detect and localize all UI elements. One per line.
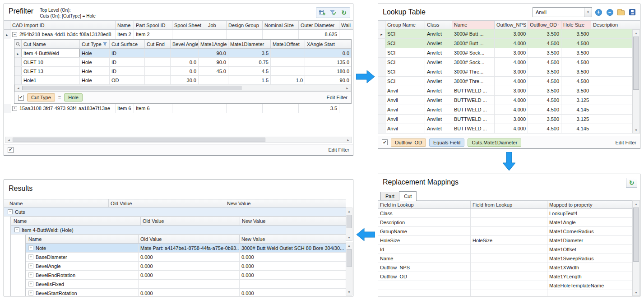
outer-diameter-cell[interactable]: 3.5: [299, 104, 339, 113]
outflow-od-cell[interactable]: 4.500: [528, 96, 561, 105]
cut-surface-cell[interactable]: OD: [110, 76, 145, 84]
mate1diameter-cell[interactable]: 3.5: [228, 49, 271, 57]
lookup-row[interactable]: SCI Anvilet 3000# Butt ... 4.000 4.500 4…: [378, 39, 632, 48]
col-name[interactable]: Name: [11, 217, 141, 225]
mapped-to-property-cell[interactable]: Mate1SweepRadius: [547, 254, 632, 263]
field-in-lookup-cell[interactable]: HoleSize: [378, 236, 471, 245]
old-value-cell[interactable]: 0.000: [139, 262, 240, 270]
hole-size-cell[interactable]: 3.500: [561, 48, 591, 57]
col-class[interactable]: Class: [425, 21, 452, 29]
col-name[interactable]: Name: [452, 21, 495, 29]
mate1diameter-cell[interactable]: 1.5: [228, 76, 271, 84]
description-cell[interactable]: [591, 29, 632, 38]
class-cell[interactable]: Anvilet: [425, 105, 452, 114]
design-group-cell[interactable]: [227, 104, 263, 113]
expand-icon[interactable]: [12, 106, 17, 111]
group-name-cell[interactable]: Anvil: [385, 105, 425, 114]
col-description[interactable]: Description: [591, 21, 632, 29]
wall-cell[interactable]: [339, 30, 353, 39]
name-cell[interactable]: 3000# Butt ...: [452, 39, 495, 48]
name-cell[interactable]: BUTTWELD ...: [452, 86, 495, 95]
mapping-row-partial[interactable]: [378, 290, 632, 296]
tab-part[interactable]: Part: [380, 192, 399, 201]
job-cell[interactable]: [206, 104, 227, 113]
field-from-lookup-cell[interactable]: [471, 254, 547, 263]
mate1offset-cell[interactable]: [271, 67, 305, 75]
filter-enabled-checkbox[interactable]: [382, 139, 388, 145]
col-old-value[interactable]: Old Value: [141, 217, 240, 225]
group-name-cell[interactable]: Anvil: [385, 86, 425, 95]
expand-icon[interactable]: [28, 291, 33, 295]
col-xangle-start[interactable]: XAngle Start: [305, 40, 351, 48]
col-cut-name[interactable]: Cut Name: [22, 40, 80, 48]
cut-name-cell[interactable]: Hole1: [22, 76, 80, 84]
cut-name-cell[interactable]: Item 4-ButtWeld: [22, 49, 80, 57]
new-filter-button[interactable]: [317, 8, 327, 17]
cut-surface-cell[interactable]: ID: [110, 67, 145, 75]
mapped-to-property-cell[interactable]: Mate1Diameter: [547, 236, 632, 245]
mate1angle-cell[interactable]: 90.0: [199, 58, 228, 66]
mate1diameter-cell[interactable]: 4.5: [228, 67, 271, 75]
field-from-lookup-cell[interactable]: [471, 227, 547, 235]
col-design-group[interactable]: Design Group: [227, 21, 263, 29]
scrollbar-thumb[interactable]: [13, 138, 265, 142]
col-nominal-size[interactable]: Nominal Size: [263, 21, 299, 29]
hole-size-cell[interactable]: 3.125: [561, 115, 591, 124]
mapping-row[interactable]: MateHoleTemplateName: [378, 281, 632, 290]
bevel-angle-cell[interactable]: [171, 49, 199, 57]
main-horizontal-scrollbar[interactable]: ◄ ►: [5, 137, 352, 143]
part-spool-id-cell[interactable]: Item 2: [134, 30, 172, 39]
mapping-row[interactable]: HoleSize HoleSize Mate1Diameter: [378, 236, 632, 245]
cut-end-cell[interactable]: [145, 67, 171, 75]
result-row[interactable]: BevelEndRotation 0.000 0.000: [26, 271, 346, 280]
field-in-lookup-cell[interactable]: Outflow_NPS: [378, 263, 471, 272]
refresh-button[interactable]: ↻: [339, 8, 349, 17]
name-cell[interactable]: 3000# Thre...: [452, 67, 495, 76]
scroll-down-icon[interactable]: ▼: [346, 234, 352, 240]
name-cell[interactable]: BUTTWELD ...: [452, 105, 495, 114]
mate1angle-cell[interactable]: 45.0: [199, 67, 228, 75]
field-from-lookup-cell[interactable]: [471, 272, 547, 281]
outflow-nps-cell[interactable]: 4.000: [495, 58, 528, 67]
xangle-start-cell[interactable]: 90.0: [305, 76, 351, 84]
old-value-cell[interactable]: 0.000: [139, 289, 240, 296]
cut-type-cell[interactable]: Hole: [80, 49, 110, 57]
hole-size-cell[interactable]: 3.500: [561, 67, 591, 76]
detail-row[interactable]: OLET 10 Hole ID 0.0 90.0 0.75 135.0: [14, 58, 351, 67]
group-name-cell[interactable]: Anvil: [385, 115, 425, 124]
cut-end-cell[interactable]: [145, 49, 171, 57]
class-cell[interactable]: Anvilet: [425, 96, 452, 105]
old-value-cell[interactable]: 0.000: [139, 271, 240, 279]
lookup-row[interactable]: Anvil Anvilet BUTTWELD ... 3.000 3.500 3…: [378, 115, 632, 124]
cut-type-cell[interactable]: Hole: [80, 67, 110, 75]
outflow-od-cell[interactable]: 4.500: [528, 124, 561, 133]
property-name-cell[interactable]: BevelIsFixed: [26, 280, 139, 288]
hole-size-cell[interactable]: 3.500: [561, 86, 591, 95]
filter-funnel-icon[interactable]: [103, 42, 107, 46]
outflow-od-cell[interactable]: 4.500: [528, 105, 561, 114]
description-cell[interactable]: [591, 48, 632, 57]
field-in-lookup-cell[interactable]: [378, 281, 471, 290]
name-cell[interactable]: 3000# Sock...: [452, 48, 495, 57]
hole-size-cell[interactable]: 4.500: [561, 39, 591, 48]
filter-funnel-icon[interactable]: [558, 23, 559, 27]
col-new-value[interactable]: New Value: [240, 217, 346, 225]
description-cell[interactable]: [591, 124, 632, 133]
mapping-row[interactable]: Id Mate1Offset: [378, 245, 632, 254]
old-value-cell[interactable]: 0.000: [139, 253, 240, 261]
mapping-row[interactable]: Outflow_NPS Mate1XWidth: [378, 263, 632, 272]
results-inner-scrollbar[interactable]: ▲ ▼: [346, 242, 352, 295]
field-in-lookup-cell[interactable]: GroupName: [378, 227, 471, 235]
name-cell[interactable]: Item 6: [116, 104, 134, 113]
col-new-value[interactable]: New Value: [225, 199, 346, 207]
lookup-row[interactable]: Anvil Anvilet BUTTWELD ... 4.000 4.500 4…: [378, 124, 632, 134]
scroll-down-icon[interactable]: ▼: [633, 127, 639, 133]
group-name-cell[interactable]: Anvil: [385, 96, 425, 105]
col-mate1diameter[interactable]: Mate1Diameter: [228, 40, 271, 48]
job-cell[interactable]: [206, 30, 227, 39]
outflow-nps-cell[interactable]: 4.000: [495, 39, 528, 48]
open-button[interactable]: [616, 7, 626, 17]
cad-import-id-cell[interactable]: 15aa3108-3fd7-4973-93f4-aa183e7f13ae: [10, 104, 116, 113]
mapping-row[interactable]: GroupName Mate1CornerRadius: [378, 227, 632, 236]
col-name[interactable]: Name: [26, 235, 139, 243]
